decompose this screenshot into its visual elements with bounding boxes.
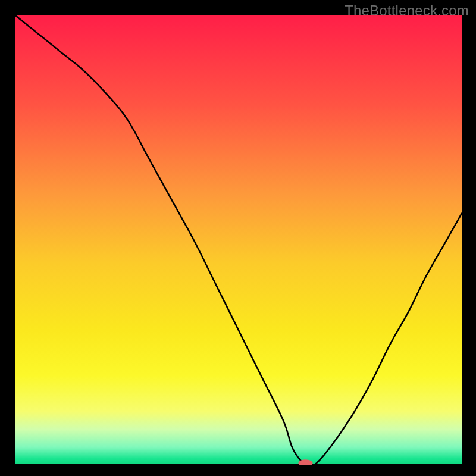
gradient-background xyxy=(15,15,462,465)
bottleneck-chart xyxy=(15,15,462,465)
plot-area xyxy=(15,15,462,465)
chart-frame: TheBottleneck.com xyxy=(0,0,476,476)
